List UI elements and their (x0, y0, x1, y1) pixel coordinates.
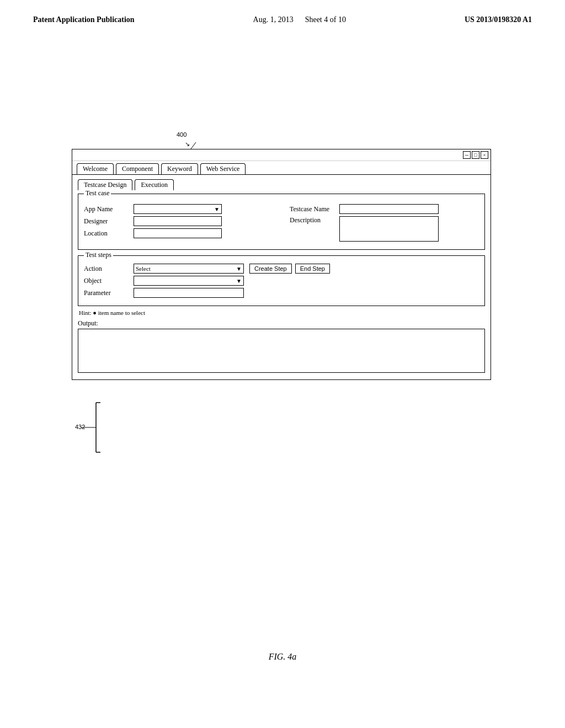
header-sheet: Sheet 4 of 10 (305, 15, 346, 24)
app-name-select[interactable]: ▼ (134, 204, 222, 214)
object-select[interactable]: ▼ (134, 276, 244, 286)
header-right: US 2013/0198320 A1 (465, 15, 532, 24)
testcase-name-row: Testcase Name (290, 204, 479, 214)
tab-component[interactable]: Component (116, 163, 159, 174)
app-name-dropdown-icon: ▼ (214, 206, 220, 212)
action-label: Action (84, 265, 134, 273)
parameter-label: Parameter (84, 289, 134, 297)
maximize-button[interactable]: □ (472, 151, 479, 159)
testcase-left-col: App Name ▼ Designer Location (84, 202, 273, 244)
parameter-row: Parameter (84, 288, 479, 298)
minimize-button[interactable]: ─ (463, 151, 471, 159)
tab-execution[interactable]: Execution (135, 179, 174, 190)
header-center: Aug. 1, 2013 Sheet 4 of 10 (253, 15, 346, 24)
action-dropdown-icon: ▼ (236, 266, 242, 272)
description-input[interactable] (339, 216, 439, 242)
teststeps-section-label: Test steps (84, 251, 113, 259)
testcase-right-col: Testcase Name Description (290, 202, 479, 244)
tab-keyword[interactable]: Keyword (161, 163, 198, 174)
action-row: Action Select ▼ Create Step End Step (84, 264, 479, 274)
testcase-name-label: Testcase Name (290, 205, 339, 213)
output-section: Output: (78, 319, 485, 373)
label-400: 400 (177, 131, 186, 138)
label-432: 432 (75, 424, 85, 430)
designer-row: Designer (84, 216, 273, 226)
action-select-value: Select (136, 265, 151, 272)
main-window: ─ □ × Welcome Component Keyword Web Serv… (72, 149, 491, 380)
object-dropdown-icon: ▼ (236, 278, 242, 284)
close-button[interactable]: × (481, 151, 488, 159)
content-area: Testcase Design Execution Test case App … (72, 174, 491, 379)
testcase-name-input[interactable] (339, 204, 439, 214)
output-label: Output: (78, 319, 485, 328)
app-name-label: App Name (84, 205, 134, 213)
hint-text: Hint: ● item name to select (79, 309, 145, 316)
testcase-section: Test case App Name ▼ Designer (78, 194, 485, 250)
arrow-400: ↘ (185, 141, 190, 148)
title-bar: ─ □ × (72, 149, 491, 161)
teststeps-section: Test steps Action Select ▼ Create Step E… (78, 255, 485, 306)
hint-row: Hint: ● item name to select (79, 309, 485, 316)
header-left: Patent Application Publication (33, 15, 135, 24)
designer-input[interactable] (134, 216, 222, 226)
create-step-button[interactable]: Create Step (249, 264, 292, 274)
step-buttons: Create Step End Step (249, 264, 330, 274)
location-row: Location (84, 228, 273, 238)
tab-welcome[interactable]: Welcome (77, 163, 114, 174)
figure-caption: FIG. 4a (0, 652, 565, 662)
tab-testcase-design[interactable]: Testcase Design (78, 179, 132, 190)
location-label: Location (84, 229, 134, 238)
header-date: Aug. 1, 2013 (253, 15, 294, 24)
tabs-row1: Welcome Component Keyword Web Service (72, 161, 491, 174)
output-box (78, 329, 485, 373)
description-row: Description (290, 216, 479, 242)
parameter-input[interactable] (134, 288, 244, 298)
description-label: Description (290, 216, 339, 224)
tab-webservice[interactable]: Web Service (200, 163, 246, 174)
action-select[interactable]: Select ▼ (134, 264, 244, 274)
patent-header: Patent Application Publication Aug. 1, 2… (0, 0, 565, 30)
testcase-section-label: Test case (84, 189, 111, 197)
location-input[interactable] (134, 228, 222, 238)
object-row: Object ▼ (84, 276, 479, 286)
tabs-row2: Testcase Design Execution (78, 179, 485, 190)
designer-label: Designer (84, 217, 134, 226)
app-name-row: App Name ▼ (84, 204, 273, 214)
object-label: Object (84, 277, 134, 285)
end-step-button[interactable]: End Step (295, 264, 330, 274)
